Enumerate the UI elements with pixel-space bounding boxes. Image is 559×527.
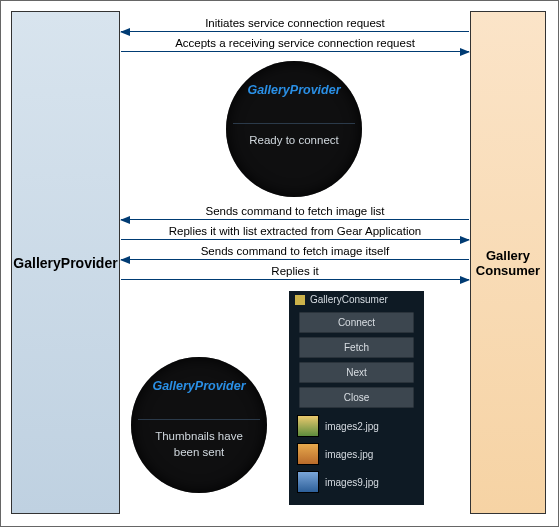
thumbnail-icon (297, 415, 319, 437)
connect-button[interactable]: Connect (299, 312, 414, 333)
provider-label: GalleryProvider (13, 255, 117, 271)
fetch-button[interactable]: Fetch (299, 337, 414, 358)
wearable-status: Ready to connect (234, 133, 354, 149)
arrow-fetch-image: Sends command to fetch image itself (121, 259, 469, 260)
consumer-label: Gallery Consumer (476, 248, 540, 278)
divider (233, 123, 355, 124)
arrow-label: Initiates service connection request (121, 17, 469, 29)
phone-titlebar: GalleryConsumer (289, 291, 424, 308)
thumbnail-icon (297, 443, 319, 465)
phone-app-title: GalleryConsumer (310, 294, 388, 305)
divider (138, 419, 260, 420)
filename: images9.jpg (325, 477, 379, 488)
close-button[interactable]: Close (299, 387, 414, 408)
filename: images.jpg (325, 449, 373, 460)
list-item[interactable]: images9.jpg (289, 468, 424, 496)
app-icon (295, 295, 305, 305)
arrow-init-connection: Initiates service connection request (121, 31, 469, 32)
list-item[interactable]: images2.jpg (289, 412, 424, 440)
arrow-fetch-list: Sends command to fetch image list (121, 219, 469, 220)
wearable-screenshot-sent: GalleryProvider Thumbnails have been sen… (131, 357, 267, 493)
arrow-list-reply: Replies it with list extracted from Gear… (121, 239, 469, 240)
arrow-label: Accepts a receiving service connection r… (121, 37, 469, 49)
wearable-screenshot-ready: GalleryProvider Ready to connect (226, 61, 362, 197)
sequence-diagram: GalleryProvider Gallery Consumer Initiat… (0, 0, 559, 527)
filename: images2.jpg (325, 421, 379, 432)
arrow-accept-connection: Accepts a receiving service connection r… (121, 51, 469, 52)
wearable-app-title: GalleryProvider (226, 83, 362, 97)
wearable-status: Thumbnails have been sent (139, 429, 259, 460)
list-item[interactable]: images.jpg (289, 440, 424, 468)
thumbnail-icon (297, 471, 319, 493)
consumer-box: Gallery Consumer (470, 11, 546, 514)
phone-screenshot: GalleryConsumer Connect Fetch Next Close… (289, 291, 424, 505)
arrow-label: Replies it (121, 265, 469, 277)
arrow-image-reply: Replies it (121, 279, 469, 280)
wearable-app-title: GalleryProvider (131, 379, 267, 393)
arrow-label: Sends command to fetch image list (121, 205, 469, 217)
arrow-label: Replies it with list extracted from Gear… (121, 225, 469, 237)
arrow-label: Sends command to fetch image itself (121, 245, 469, 257)
provider-box: GalleryProvider (11, 11, 120, 514)
next-button[interactable]: Next (299, 362, 414, 383)
